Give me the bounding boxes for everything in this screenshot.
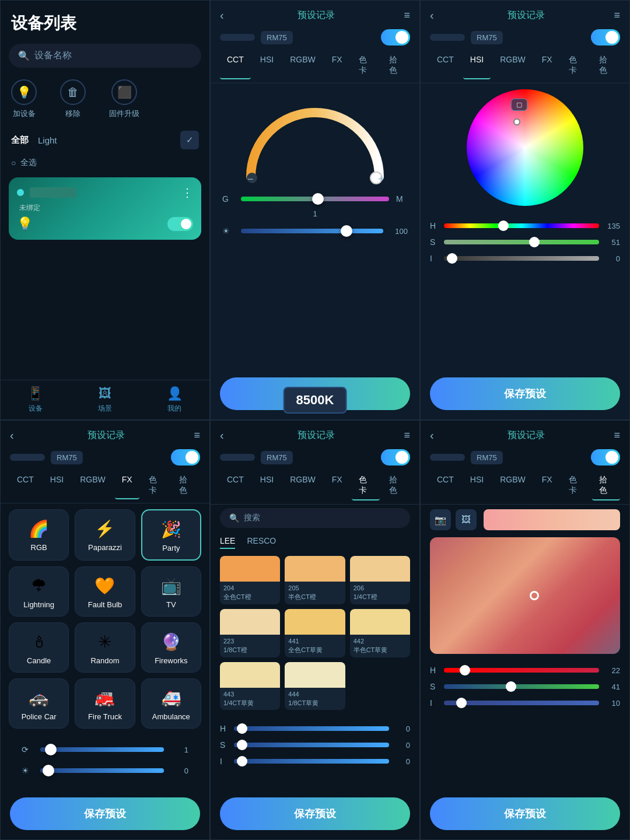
hsi-tab-cct[interactable]: CCT (430, 51, 461, 79)
fx-item-fire-truck[interactable]: 🚒 Fire Truck (75, 678, 135, 729)
nav-device[interactable]: 📱 设备 (1, 386, 70, 414)
h-track[interactable] (444, 223, 599, 228)
fx-tab-cc[interactable]: 色卡 (142, 471, 170, 499)
filter-btn[interactable]: ✓ (180, 131, 199, 149)
fx-item-police-car[interactable]: 🚓 Police Car (9, 678, 69, 729)
fx-item-paparazzi[interactable]: ⚡ Paparazzi (75, 509, 135, 561)
fx-brightness-thumb[interactable] (43, 765, 54, 776)
fx-item-candle[interactable]: 🕯 Candle (9, 622, 69, 673)
pickup-power-toggle[interactable] (591, 449, 620, 466)
hsi-tab-hsi[interactable]: HSI (463, 51, 491, 79)
pickup-i-thumb[interactable] (456, 698, 467, 708)
swatch-442[interactable]: 442半色CT草黄 (350, 609, 410, 657)
fx-tab-cct[interactable]: CCT (10, 471, 41, 499)
i-thumb[interactable] (447, 253, 457, 264)
nav-profile[interactable]: 👤 我的 (140, 386, 209, 414)
add-device-btn[interactable]: 💡 加设备 (11, 79, 37, 119)
pickup-back-btn[interactable]: ‹ (430, 429, 434, 442)
cc-tab-cct[interactable]: CCT (220, 471, 251, 501)
pickup-h-thumb[interactable] (460, 665, 470, 676)
fx-item-party[interactable]: 🎉 Party (141, 509, 201, 561)
pickup-tab-pick[interactable]: 拾色 (592, 471, 620, 501)
pickup-gallery-btn[interactable]: 🖼 (456, 509, 477, 530)
hsi-power-toggle[interactable] (591, 29, 620, 46)
cc-search[interactable]: 🔍 搜索 (220, 508, 410, 528)
pickup-tab-cc[interactable]: 色卡 (562, 471, 590, 501)
fx-speed-thumb[interactable] (45, 744, 57, 755)
fx-item-fault-bulb[interactable]: 🧡 Fault Bulb (75, 566, 135, 617)
tab-cct[interactable]: CCT (220, 51, 251, 79)
cc-tab-rgbw[interactable]: RGBW (283, 471, 323, 501)
fx-item-fireworks[interactable]: 🔮 Fireworks (141, 622, 201, 673)
pickup-s-thumb[interactable] (506, 681, 516, 692)
select-all[interactable]: ○ 全选 (1, 153, 209, 173)
cc-back-btn[interactable]: ‹ (220, 429, 224, 442)
cc-power-toggle[interactable] (381, 449, 410, 466)
fx-brightness-slider[interactable] (40, 768, 164, 773)
cc-tab-cc[interactable]: 色卡 (352, 471, 380, 501)
fx-tab-fx[interactable]: FX (115, 471, 139, 499)
fx-save-btn[interactable]: 保存预设 (10, 797, 200, 830)
i-track[interactable] (444, 256, 599, 261)
tab-fx[interactable]: FX (325, 51, 349, 79)
h-thumb[interactable] (498, 220, 509, 231)
back-btn[interactable]: ‹ (220, 9, 224, 22)
s-thumb[interactable] (529, 237, 540, 247)
nav-scene[interactable]: 🖼 场景 (70, 386, 139, 414)
brightness-slider[interactable] (241, 229, 383, 233)
cc-s-thumb[interactable] (237, 740, 247, 750)
cc-tab-hsi[interactable]: HSI (253, 471, 281, 501)
swatch-204[interactable]: 204全色CT橙 (220, 556, 280, 604)
pickup-tab-cct[interactable]: CCT (430, 471, 461, 501)
brightness-thumb[interactable] (341, 225, 352, 237)
gm-slider[interactable] (241, 197, 389, 201)
cc-resco-tab[interactable]: RESCO (247, 534, 276, 549)
device-card[interactable]: ⋮ 未绑定 💡 (9, 177, 201, 240)
hsi-save-btn[interactable]: 保存预设 (430, 377, 620, 410)
fx-back-btn[interactable]: ‹ (10, 429, 14, 442)
cc-tab-pick[interactable]: 拾色 (382, 471, 410, 501)
firmware-btn[interactable]: ⬛ 固件升级 (109, 79, 139, 119)
tab-hsi[interactable]: HSI (253, 51, 281, 79)
hsi-tab-pick[interactable]: 拾色 (592, 51, 620, 79)
hsi-tab-fx[interactable]: FX (535, 51, 559, 79)
cc-lee-tab[interactable]: LEE (220, 534, 235, 549)
hsi-menu-btn[interactable]: ≡ (614, 9, 620, 22)
tab-color-card[interactable]: 色卡 (352, 51, 380, 79)
cc-menu-btn[interactable]: ≡ (404, 429, 410, 442)
tab-pickup[interactable]: 拾色 (382, 51, 410, 79)
remove-device-btn[interactable]: 🗑 移除 (60, 79, 86, 119)
pickup-save-btn[interactable]: 保存预设 (430, 797, 620, 830)
pickup-s-track[interactable] (444, 684, 599, 689)
fx-tab-hsi[interactable]: HSI (43, 471, 71, 499)
fx-power-toggle[interactable] (171, 449, 200, 466)
cc-tab-fx[interactable]: FX (325, 471, 349, 501)
device-toggle[interactable] (167, 217, 193, 231)
hsi-tab-rgbw[interactable]: RGBW (493, 51, 533, 79)
tab-all[interactable]: 全部 (11, 135, 29, 146)
tab-rgbw[interactable]: RGBW (283, 51, 323, 79)
cc-save-btn[interactable]: 保存预设 (220, 797, 410, 830)
swatch-206[interactable]: 2061/4CT橙 (350, 556, 410, 604)
fx-tab-rgbw[interactable]: RGBW (73, 471, 113, 499)
hsi-tab-cc[interactable]: 色卡 (562, 51, 590, 79)
color-wheel-cursor[interactable] (513, 118, 520, 125)
swatch-441[interactable]: 441全色CT草黄 (285, 609, 345, 657)
pickup-tab-fx[interactable]: FX (535, 471, 559, 501)
cc-s-track[interactable] (234, 743, 389, 747)
swatch-443[interactable]: 4431/4CT草黄 (220, 662, 280, 710)
header-menu-btn[interactable]: ≡ (404, 9, 410, 22)
gm-thumb[interactable] (312, 193, 324, 205)
cc-h-track[interactable] (234, 726, 389, 731)
cc-i-track[interactable] (234, 759, 389, 764)
fx-item-rgb[interactable]: 🌈 RGB (9, 509, 69, 561)
s-track[interactable] (444, 240, 599, 244)
pickup-menu-btn[interactable]: ≡ (614, 429, 620, 442)
fx-item-lightning[interactable]: 🌩 Lightning (9, 566, 69, 617)
pickup-i-track[interactable] (444, 701, 599, 705)
device-menu-btn[interactable]: ⋮ (181, 186, 193, 200)
fx-item-random[interactable]: ✳ Random (75, 622, 135, 673)
hsi-back-btn[interactable]: ‹ (430, 9, 434, 22)
cc-i-thumb[interactable] (237, 756, 247, 766)
pickup-h-track[interactable] (444, 668, 599, 673)
